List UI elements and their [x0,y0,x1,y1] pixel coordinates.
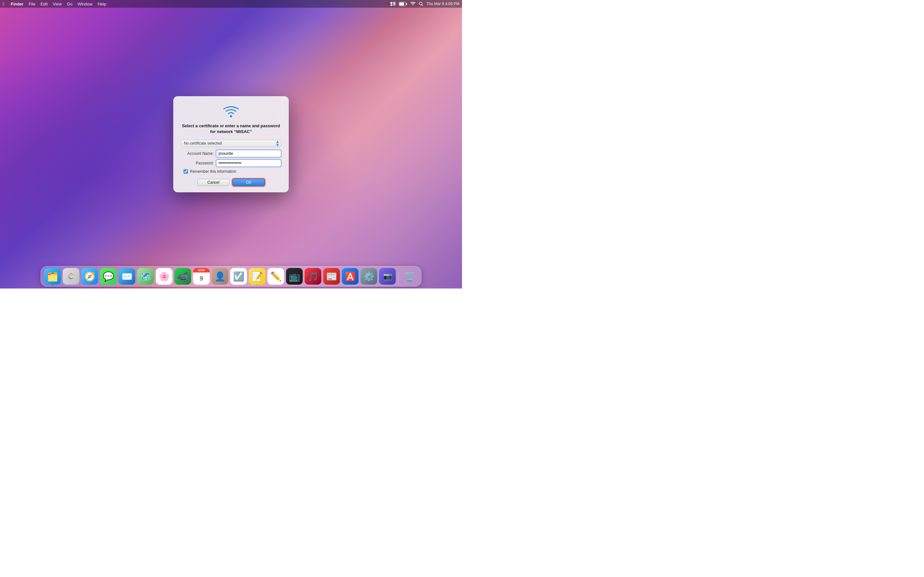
certificate-select[interactable]: No certificate selected [181,140,281,147]
maps-icon: 🗺️ [140,271,151,282]
dialog-form: No certificate selected ▲ ▼ Account Name… [181,140,281,186]
svg-line-9 [422,5,423,6]
dock-item-safari[interactable]: 🧭 [81,268,98,285]
dock-item-news[interactable]: 📰 [323,268,340,285]
music-icon: 🎵 [307,271,318,282]
ok-button[interactable]: OK [233,179,265,186]
dock-item-calendar[interactable]: MAR 9 [193,268,210,285]
svg-rect-0 [391,2,393,4]
cancel-button[interactable]: Cancel [197,179,229,186]
menubar-view[interactable]: View [53,2,62,6]
svg-rect-3 [391,5,393,6]
password-label: Password: [181,161,216,165]
dialog-overlay: Select a certificate or enter a name and… [0,0,462,288]
menubar:  Finder File Edit View Go Window Help [0,0,462,8]
appstore-icon: 🅰️ [344,271,356,282]
menubar-help[interactable]: Help [97,2,106,6]
svg-rect-1 [393,2,396,3]
menubar-go[interactable]: Go [67,2,73,6]
appletv-icon: 📺 [289,271,300,282]
dock-item-finder[interactable]: 🗂️ [44,268,61,285]
svg-rect-7 [406,3,407,5]
remember-label[interactable]: Remember this information [190,169,236,174]
remember-row: Remember this information [181,169,281,174]
dock-item-launchpad[interactable]: ⬡ [63,268,79,285]
dock-item-messages[interactable]: 💬 [100,268,117,285]
dialog-title: Select a certificate or enter a name and… [182,123,280,135]
dialog-buttons: Cancel OK [181,179,281,186]
menubar-file[interactable]: File [29,2,35,6]
dock-item-systemprefs[interactable]: ⚙️ [360,268,377,285]
facetime-icon: 📹 [177,271,188,282]
svg-point-10 [230,115,232,117]
apple-menu-icon[interactable]:  [3,1,4,7]
remember-checkbox[interactable] [184,169,188,174]
notes-icon: 📝 [252,271,263,282]
dock-item-appletv[interactable]: 📺 [286,268,303,285]
dock-item-maps[interactable]: 🗺️ [137,268,154,285]
launchpad-icon: ⬡ [68,272,74,280]
menubar-battery-icon[interactable] [399,2,407,6]
password-row: Password: [181,160,281,167]
dock-item-freeform[interactable]: ✏️ [268,268,284,285]
dock-item-contacts[interactable]: 👤 [212,268,228,285]
dock-item-appstore[interactable]: 🅰️ [342,268,359,285]
svg-rect-6 [399,3,404,5]
certificate-select-wrapper[interactable]: No certificate selected ▲ ▼ [181,140,281,147]
account-name-label: Account Name: [181,151,216,156]
dock-item-screenshot[interactable]: 📷 [379,268,396,285]
menubar-datetime: Thu Mar 9 4:09 PM [426,2,459,6]
news-icon: 📰 [326,271,337,282]
svg-rect-2 [393,3,396,4]
menubar-edit[interactable]: Edit [40,2,47,6]
dock-item-music[interactable]: 🎵 [305,268,321,285]
password-input[interactable] [216,160,281,167]
dock-item-trash[interactable]: 🗑️ [401,268,418,285]
menubar-search-icon[interactable] [419,2,423,6]
menubar-wifi-icon[interactable] [410,2,415,6]
dock: 🗂️ ⬡ 🧭 💬 ✉️ 🗺️ 🌸 📹 MAR 9 👤 [41,266,422,287]
messages-icon: 💬 [103,271,114,282]
dialog-wifi-icon [223,105,239,119]
screenshot-icon: 📷 [383,272,392,280]
photos-icon: 🌸 [158,271,170,282]
desktop:  Finder File Edit View Go Window Help [0,0,462,288]
account-name-input[interactable] [216,150,281,157]
svg-rect-4 [393,5,396,5]
dock-item-photos[interactable]: 🌸 [156,268,173,285]
freeform-icon: ✏️ [270,271,281,282]
finder-icon: 🗂️ [47,271,58,282]
menubar-app-name[interactable]: Finder [11,2,23,6]
reminders-icon: ☑️ [233,271,244,282]
dock-item-notes[interactable]: 📝 [249,268,266,285]
menubar-right: Thu Mar 9 4:09 PM [391,2,459,6]
dock-item-reminders[interactable]: ☑️ [230,268,247,285]
menubar-left:  Finder File Edit View Go Window Help [3,1,106,7]
trash-icon: 🗑️ [404,271,415,282]
mail-icon: ✉️ [121,271,132,282]
account-name-row: Account Name: [181,150,281,157]
systemprefs-icon: ⚙️ [363,271,375,282]
dock-running-dot [52,285,53,286]
safari-icon: 🧭 [84,271,95,282]
contacts-icon: 👤 [214,271,226,282]
menubar-window[interactable]: Window [78,2,92,6]
wifi-auth-dialog: Select a certificate or enter a name and… [173,96,289,192]
menubar-control-center-icon[interactable] [391,2,396,6]
dock-item-facetime[interactable]: 📹 [174,268,191,285]
dock-item-mail[interactable]: ✉️ [119,268,136,285]
